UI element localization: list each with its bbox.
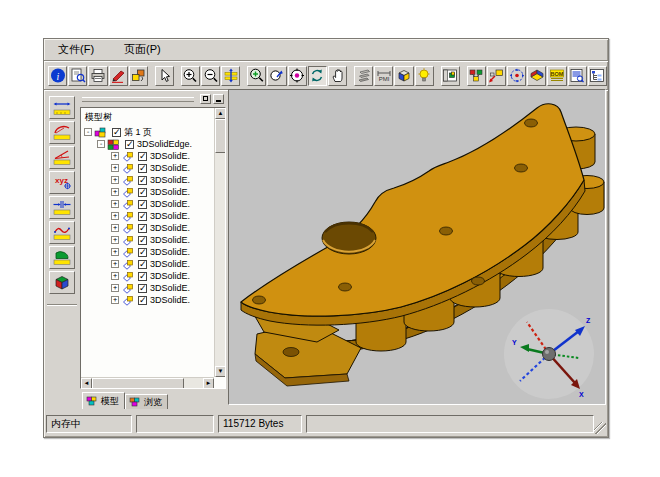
- shaded-cube-button[interactable]: [394, 66, 413, 86]
- tab-label[interactable]: 模型: [101, 395, 119, 408]
- checkbox-checked[interactable]: [138, 260, 147, 269]
- panel-minimize-button[interactable]: [213, 94, 224, 104]
- zoom-dynamic-button[interactable]: [267, 66, 286, 86]
- tab-label[interactable]: 浏览: [144, 396, 162, 409]
- tree-row-part[interactable]: 3DSolidE.: [81, 222, 225, 234]
- tree-label[interactable]: 3DSolidE.: [150, 235, 190, 245]
- tab-model[interactable]: 模型: [82, 392, 125, 409]
- tree-row-part[interactable]: 3DSolidE.: [81, 294, 225, 306]
- checkbox-checked[interactable]: [112, 128, 121, 137]
- checkbox-checked[interactable]: [125, 140, 134, 149]
- tree-vertical-scrollbar[interactable]: ▲ ▼: [214, 108, 225, 377]
- tree-row-part[interactable]: 3DSolidE.: [81, 258, 225, 270]
- measure-length-button[interactable]: [49, 96, 75, 119]
- tree-row-part[interactable]: 3DSolidE.: [81, 270, 225, 282]
- measure-angle-button[interactable]: [49, 146, 75, 169]
- select-cursor-button[interactable]: [155, 66, 174, 86]
- zoom-in-button[interactable]: [181, 66, 200, 86]
- tree-view-button[interactable]: [588, 66, 607, 86]
- tree-row-part[interactable]: 3DSolidE.: [81, 186, 225, 198]
- tree-label[interactable]: 3DSolidE.: [150, 271, 190, 281]
- model-viewport[interactable]: Z X Y: [228, 89, 606, 405]
- bom-button[interactable]: BOM: [547, 66, 566, 86]
- move-explode-button[interactable]: [487, 66, 506, 86]
- pan-button[interactable]: [328, 66, 347, 86]
- checkbox-checked[interactable]: [138, 224, 147, 233]
- checkbox-checked[interactable]: [138, 248, 147, 257]
- tree-row-part[interactable]: 3DSolidE.: [81, 282, 225, 294]
- expand-icon[interactable]: [111, 224, 119, 232]
- info-button[interactable]: i: [48, 66, 67, 86]
- collapse-icon[interactable]: [84, 128, 92, 136]
- print-button[interactable]: [88, 66, 107, 86]
- assembly-button[interactable]: [467, 66, 486, 86]
- tree-label[interactable]: 3DSolidE.: [150, 283, 190, 293]
- fit-window-button[interactable]: [221, 66, 240, 86]
- tab-browse[interactable]: 浏览: [125, 394, 168, 409]
- expand-icon[interactable]: [111, 200, 119, 208]
- resize-grip[interactable]: [594, 422, 606, 434]
- checkbox-checked[interactable]: [138, 188, 147, 197]
- expand-icon[interactable]: [111, 164, 119, 172]
- expand-icon[interactable]: [111, 152, 119, 160]
- tree-row-part[interactable]: 3DSolidE.: [81, 174, 225, 186]
- measure-curve-button[interactable]: [49, 221, 75, 244]
- model-canvas[interactable]: Z X Y: [229, 90, 607, 404]
- tree-label[interactable]: 3DSolidEdge.: [137, 139, 192, 149]
- checkbox-checked[interactable]: [138, 176, 147, 185]
- tree-panel-titlebar[interactable]: [80, 93, 226, 105]
- pmi-button[interactable]: PMI: [374, 66, 393, 86]
- tree-label[interactable]: 第 1 页: [124, 126, 152, 139]
- zoom-out-button[interactable]: [201, 66, 220, 86]
- tree-row-part[interactable]: 3DSolidE.: [81, 162, 225, 174]
- menu-page[interactable]: 页面(P): [120, 40, 165, 59]
- checkbox-checked[interactable]: [138, 236, 147, 245]
- checkbox-checked[interactable]: [138, 200, 147, 209]
- measure-radius-button[interactable]: [49, 121, 75, 144]
- tree-label[interactable]: 3DSolidE.: [150, 223, 190, 233]
- rotate-center-button[interactable]: [288, 66, 307, 86]
- config-panel-button[interactable]: [441, 66, 460, 86]
- checkbox-checked[interactable]: [138, 212, 147, 221]
- tree-label[interactable]: 3DSolidE.: [150, 175, 190, 185]
- scroll-right-icon[interactable]: ►: [203, 378, 214, 389]
- section-button[interactable]: [527, 66, 546, 86]
- report-list-button[interactable]: [568, 66, 587, 86]
- checkbox-checked[interactable]: [138, 152, 147, 161]
- expand-icon[interactable]: [111, 248, 119, 256]
- expand-icon[interactable]: [111, 176, 119, 184]
- tree-row-part[interactable]: 3DSolidE.: [81, 150, 225, 162]
- view-box-button[interactable]: [49, 271, 75, 294]
- tree-label[interactable]: 3DSolidE.: [150, 295, 190, 305]
- print-preview-button[interactable]: [68, 66, 87, 86]
- tree-row-page[interactable]: 第 1 页: [81, 126, 225, 138]
- checkbox-checked[interactable]: [138, 164, 147, 173]
- tree-label[interactable]: 3DSolidE.: [150, 151, 190, 161]
- measure-coordinate-button[interactable]: xyz: [49, 171, 75, 194]
- collapse-icon[interactable]: [97, 140, 105, 148]
- expand-icon[interactable]: [111, 236, 119, 244]
- measure-distance-button[interactable]: [49, 196, 75, 219]
- tree-row-part[interactable]: 3DSolidE.: [81, 246, 225, 258]
- rotate-button[interactable]: [308, 66, 327, 86]
- expand-icon[interactable]: [111, 188, 119, 196]
- scroll-left-icon[interactable]: ◄: [81, 378, 92, 389]
- tree-label[interactable]: 3DSolidE.: [150, 163, 190, 173]
- layers-button[interactable]: [354, 66, 373, 86]
- markup-pen-button[interactable]: [109, 66, 128, 86]
- drag-grip-icon[interactable]: [82, 97, 194, 102]
- tree-horizontal-scrollbar[interactable]: ◄ ►: [81, 377, 214, 388]
- light-button[interactable]: [415, 66, 434, 86]
- expand-icon[interactable]: [111, 284, 119, 292]
- checkbox-checked[interactable]: [138, 284, 147, 293]
- tree-row-part[interactable]: 3DSolidE.: [81, 234, 225, 246]
- expand-icon[interactable]: [111, 260, 119, 268]
- tree-label[interactable]: 3DSolidE.: [150, 187, 190, 197]
- color-settings-button[interactable]: [129, 66, 148, 86]
- tree-row-part[interactable]: 3DSolidE.: [81, 210, 225, 222]
- tree-row-part[interactable]: 3DSolidE.: [81, 198, 225, 210]
- zoom-window-button[interactable]: [247, 66, 266, 86]
- checkbox-checked[interactable]: [138, 272, 147, 281]
- checkbox-checked[interactable]: [138, 296, 147, 305]
- tree-label[interactable]: 3DSolidE.: [150, 199, 190, 209]
